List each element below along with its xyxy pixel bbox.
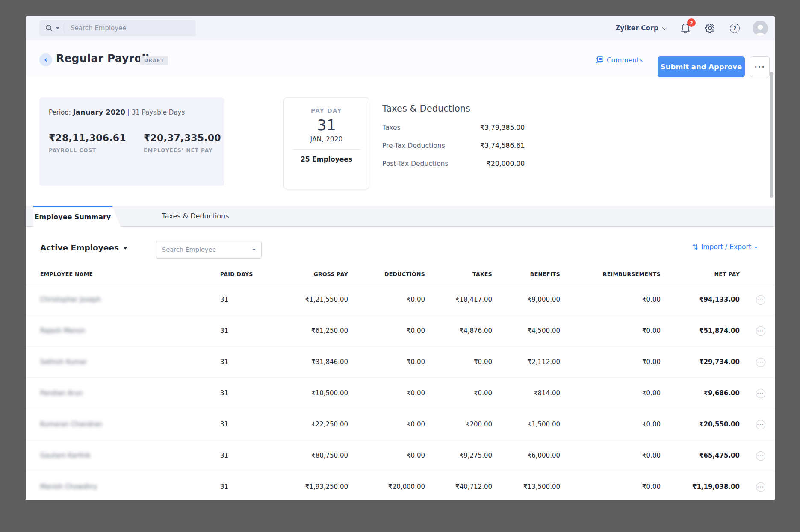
- paid-days-cell: 31: [220, 483, 259, 491]
- employee-name-link[interactable]: Sathish Kumar: [40, 358, 87, 366]
- taxes-value: ₹3,79,385.00: [480, 124, 525, 132]
- reimbursements-cell: ₹0.00: [560, 483, 661, 491]
- employee-view-dropdown[interactable]: Active Employees: [40, 243, 127, 252]
- employee-count: 25 Employees: [284, 156, 369, 163]
- help-button[interactable]: ?: [730, 24, 740, 33]
- search-input[interactable]: [71, 24, 177, 32]
- select-placeholder: Search Employee: [162, 246, 216, 253]
- deductions-cell: ₹0.00: [348, 389, 425, 397]
- pretax-label: Pre-Tax Deductions: [382, 142, 445, 150]
- period-value: January 2020: [73, 108, 125, 116]
- benefits-cell: ₹13,500.00: [492, 483, 560, 491]
- col-deductions: DEDUCTIONS: [348, 271, 425, 277]
- org-switcher[interactable]: Zylker Corp: [615, 24, 666, 32]
- scrollbar-thumb[interactable]: [770, 72, 773, 198]
- paid-days-cell: 31: [220, 420, 259, 428]
- top-bar: Zylker Corp 2 ?: [26, 16, 775, 40]
- notifications-button[interactable]: 2: [680, 23, 691, 34]
- view-label: Active Employees: [40, 243, 119, 252]
- net-pay-cell: ₹94,133.00: [661, 296, 740, 303]
- col-taxes: TAXES: [425, 271, 492, 277]
- table-row: Rajesh Menon 31 ₹61,250.00 ₹0.00 ₹4,876.…: [26, 315, 775, 347]
- gross-pay-cell: ₹80,750.00: [259, 452, 348, 459]
- row-actions-button[interactable]: •••: [756, 358, 765, 367]
- employee-name-link[interactable]: Gautam Karthik: [40, 452, 91, 459]
- tab-employee-summary[interactable]: Employee Summary: [33, 206, 121, 227]
- row-actions-button[interactable]: •••: [756, 389, 765, 398]
- row-actions-button[interactable]: •••: [756, 420, 765, 429]
- page-header: ‹ Regular Payroll DRAFT Comments Submit …: [26, 40, 775, 76]
- net-pay-cell: ₹65,475.00: [661, 452, 740, 459]
- paid-days-cell: 31: [220, 327, 259, 335]
- global-search[interactable]: [39, 20, 196, 36]
- payday-date: JAN, 2020: [284, 135, 369, 143]
- taxes-cell: ₹0.00: [425, 389, 492, 397]
- search-scope-caret-icon[interactable]: [56, 27, 59, 29]
- tab-taxes-deductions[interactable]: Taxes & Deductions: [157, 206, 233, 227]
- import-export-button[interactable]: ⇅ Import / Export: [692, 243, 758, 251]
- submit-and-approve-button[interactable]: Submit and Approve: [658, 56, 745, 77]
- employee-name-link[interactable]: Manish Chowdhry: [40, 483, 97, 491]
- org-name: Zylker Corp: [615, 24, 658, 32]
- col-reimbursements: REIMBURSEMENTS: [560, 271, 661, 277]
- tab-label: Employee Summary: [33, 213, 112, 221]
- taxes-cell: ₹18,417.00: [425, 296, 492, 303]
- comments-icon: [595, 56, 603, 64]
- employee-search-select[interactable]: Search Employee: [156, 241, 262, 259]
- employee-name-cell: Pandian Arun: [40, 389, 220, 397]
- net-pay-cell: ₹9,686.00: [661, 389, 740, 397]
- chevron-left-icon: ‹: [44, 54, 47, 65]
- paid-days-cell: 31: [220, 389, 259, 397]
- page-title: Regular Payroll: [56, 52, 149, 65]
- taxes-label: Taxes: [382, 124, 401, 132]
- comments-label: Comments: [607, 56, 643, 64]
- col-net-pay: NET PAY: [661, 271, 740, 277]
- row-actions-button[interactable]: •••: [756, 482, 765, 492]
- reimbursements-cell: ₹0.00: [560, 358, 661, 366]
- table-header: EMPLOYEE NAME PAID DAYS GROSS PAY DEDUCT…: [26, 264, 775, 284]
- row-actions-button[interactable]: •••: [756, 451, 765, 461]
- more-actions-button[interactable]: •••: [750, 56, 770, 77]
- employee-name-link[interactable]: Christopher Joseph: [40, 296, 101, 303]
- reimbursements-cell: ₹0.00: [560, 389, 661, 397]
- posttax-value: ₹20,000.00: [487, 160, 525, 168]
- net-pay-cell: ₹29,734.00: [661, 358, 740, 366]
- payroll-cost-label: PAYROLL COST: [49, 147, 126, 153]
- employee-name-cell: Rajesh Menon: [40, 327, 220, 335]
- settings-button[interactable]: [705, 23, 715, 33]
- employee-name-link[interactable]: Kumaran Chandran: [40, 420, 102, 428]
- posttax-label: Post-Tax Deductions: [382, 160, 449, 168]
- row-actions-button[interactable]: •••: [756, 326, 765, 336]
- status-badge: DRAFT: [140, 56, 168, 65]
- net-pay-cell: ₹51,874.00: [661, 327, 740, 335]
- payday-day: 31: [284, 117, 369, 134]
- row-actions-button[interactable]: •••: [756, 295, 765, 305]
- deductions-cell: ₹0.00: [348, 452, 425, 459]
- employee-name-link[interactable]: Pandian Arun: [40, 389, 83, 397]
- avatar[interactable]: [753, 21, 768, 36]
- benefits-cell: ₹6,000.00: [492, 452, 560, 459]
- import-export-label: Import / Export: [701, 243, 751, 251]
- payday-card: PAY DAY 31 JAN, 2020 25 Employees: [283, 97, 369, 189]
- benefits-cell: ₹9,000.00: [492, 296, 560, 303]
- search-icon: [45, 24, 53, 32]
- benefits-cell: ₹4,500.00: [492, 327, 560, 335]
- reimbursements-cell: ₹0.00: [560, 327, 661, 335]
- taxes-deductions-summary: Taxes & Deductions Taxes₹3,79,385.00 Pre…: [382, 103, 525, 168]
- tab-strip: Employee Summary Taxes & Deductions: [26, 206, 775, 227]
- table-row: Sathish Kumar 31 ₹31,846.00 ₹0.00 ₹0.00 …: [26, 347, 775, 378]
- gross-pay-cell: ₹1,93,250.00: [259, 483, 348, 491]
- gross-pay-cell: ₹10,500.00: [259, 389, 348, 397]
- reimbursements-cell: ₹0.00: [560, 452, 661, 459]
- notification-count-badge: 2: [687, 18, 696, 27]
- table-row: Manish Chowdhry 31 ₹1,93,250.00 ₹20,000.…: [26, 471, 775, 500]
- employee-name-cell: Gautam Karthik: [40, 452, 220, 459]
- period-label: Period:: [49, 109, 71, 116]
- comments-button[interactable]: Comments: [595, 56, 643, 64]
- employee-name-cell: Sathish Kumar: [40, 358, 220, 366]
- taxes-deductions-title: Taxes & Deductions: [382, 103, 525, 114]
- payday-label: PAY DAY: [284, 107, 369, 114]
- back-button[interactable]: ‹: [39, 53, 52, 66]
- employee-name-link[interactable]: Rajesh Menon: [40, 327, 85, 335]
- deductions-cell: ₹0.00: [348, 296, 425, 303]
